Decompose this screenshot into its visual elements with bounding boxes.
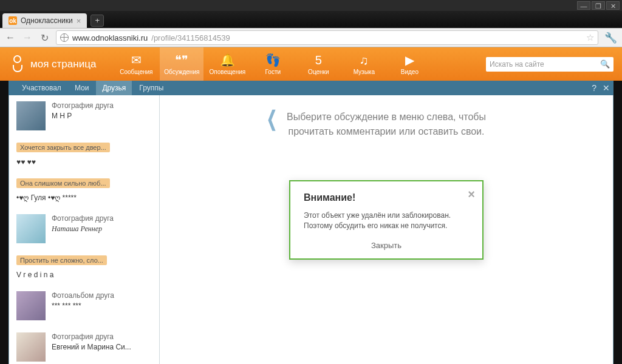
nav-label-4: Оценки — [308, 69, 329, 75]
browser-toolbar: ← → ↻ www.odnoklassniki.ru/profile/34115… — [0, 28, 622, 47]
feed-thumbnail — [16, 101, 46, 130]
discussions-tab-3[interactable]: Группы — [133, 81, 169, 95]
nav-item-3[interactable]: 👣Гости — [251, 47, 295, 81]
nav-icon-4: 5 — [315, 53, 322, 67]
nav-icon-2: 🔔 — [220, 53, 235, 67]
feed-chip: Она слишком сильно люб... — [16, 178, 110, 188]
nav-forward-button[interactable]: → — [22, 32, 33, 43]
modal-close-icon[interactable]: × — [468, 187, 475, 201]
nav-icon-1: ❝❞ — [175, 53, 188, 67]
feed-item-title: Фотоальбом друга — [52, 291, 114, 300]
address-bar[interactable]: www.odnoklassniki.ru/profile/34115681453… — [56, 30, 598, 45]
nav-item-5[interactable]: ♫Музыка — [342, 47, 386, 81]
feed-item[interactable]: Фотоальбом друга*** *** *** — [9, 285, 159, 326]
window-maximize-button[interactable]: ❐ — [592, 1, 605, 10]
discussions-tab-1[interactable]: Мои — [69, 81, 95, 95]
feed-chip: Хочется закрыть все двер... — [16, 143, 110, 152]
modal-body-line1: Этот объект уже удалён или заблокирован. — [304, 211, 451, 220]
nav-item-6[interactable]: ▶Видео — [388, 47, 431, 81]
nav-item-4[interactable]: 5Оценки — [296, 47, 340, 81]
window-close-button[interactable]: ✕ — [606, 1, 620, 10]
url-host: www.odnoklassniki.ru — [72, 33, 148, 42]
new-tab-button[interactable]: + — [91, 15, 104, 27]
feed-item-title: Фотография друга — [52, 214, 114, 223]
feed-item-name: ♥♥ ♥♥ — [16, 158, 153, 166]
modal-body-line2: Поэтому обсудить его никак не получится. — [304, 221, 447, 230]
empty-hint: ❮ Выберите обсуждение в меню слева, чтоб… — [160, 110, 613, 139]
discussions-tabbar: УчаствовалМоиДрузьяГруппы ? ✕ — [9, 81, 613, 95]
nav-label-2: Оповещения — [209, 69, 245, 75]
site-primary-nav: ✉Сообщения❝❞Обсуждения🔔Оповещения👣Гости5… — [114, 47, 431, 81]
settings-wrench-icon[interactable]: 🔧 — [604, 32, 617, 44]
nav-label-6: Видео — [401, 69, 419, 75]
search-icon[interactable]: 🔍 — [600, 59, 610, 69]
feed-item-name: *** *** *** — [52, 302, 114, 310]
feed-item-name: Евгений и Марина Си... — [52, 343, 131, 351]
discussions-content-pane: ❮ Выберите обсуждение в меню слева, чтоб… — [160, 95, 613, 364]
browser-tabstrip: ok Одноклассники × + — [0, 11, 622, 28]
discussions-close-icon[interactable]: ✕ — [603, 83, 610, 93]
nav-reload-button[interactable]: ↻ — [39, 32, 50, 43]
tab-favicon: ok — [9, 16, 17, 25]
globe-icon — [60, 33, 69, 42]
feed-item-title: Фотография друга — [52, 101, 114, 110]
modal-body: Этот объект уже удалён или заблокирован.… — [304, 211, 469, 231]
nav-icon-3: 👣 — [265, 53, 281, 67]
modal-close-button[interactable]: Закрыть — [304, 241, 469, 250]
modal-title: Внимание! — [304, 192, 469, 203]
feed-item-name: М Н Р — [52, 112, 114, 120]
bookmark-star-icon[interactable]: ☆ — [586, 32, 594, 43]
site-search-input[interactable] — [490, 60, 600, 69]
feed-thumbnail — [16, 214, 46, 243]
nav-label-3: Гости — [265, 69, 281, 75]
nav-icon-0: ✉ — [131, 53, 142, 67]
site-header: моя страница ✉Сообщения❝❞Обсуждения🔔Опов… — [0, 47, 622, 81]
discussions-tab-0[interactable]: Участвовал — [16, 81, 67, 95]
feed-chip: Простить не сложно, сло... — [16, 255, 107, 265]
window-titlebar: — ❐ ✕ — [0, 0, 622, 11]
tab-title: Одноклассники — [21, 16, 73, 25]
ok-logo-icon — [9, 54, 24, 75]
feed-item[interactable]: Фотография другаНаташа Реннер — [9, 208, 159, 249]
discussions-help-icon[interactable]: ? — [592, 83, 596, 93]
discussions-body: Фотография другаМ Н РХочется закрыть все… — [9, 95, 613, 364]
nav-label-0: Сообщения — [120, 69, 152, 75]
feed-item[interactable]: Фотография другаЕвгений и Марина Си... — [9, 326, 159, 364]
nav-back-button[interactable]: ← — [5, 32, 16, 43]
discussions-feed-pane[interactable]: Фотография другаМ Н РХочется закрыть все… — [9, 95, 160, 364]
nav-label-5: Музыка — [354, 69, 375, 75]
feed-item-name: V r e d i n a — [16, 271, 153, 279]
feed-thumbnail — [16, 291, 46, 320]
site-logo[interactable]: моя страница — [9, 54, 96, 75]
nav-icon-5: ♫ — [360, 53, 369, 67]
site-search[interactable]: 🔍 — [486, 57, 613, 72]
brand-label: моя страница — [30, 58, 96, 70]
hint-chevron-icon: ❮ — [267, 111, 277, 126]
feed-item-name: •♥ღ Гуля •♥ღ ***** — [16, 194, 153, 202]
feed-item-name: Наташа Реннер — [52, 224, 114, 234]
discussions-tab-2[interactable]: Друзья — [96, 81, 132, 95]
feed-item-title: Фотография друга — [52, 332, 131, 341]
feed-item[interactable]: Она слишком сильно люб...•♥ღ Гуля •♥ღ **… — [9, 172, 159, 208]
url-path: /profile/341156814539 — [151, 33, 230, 42]
feed-item[interactable]: Хочется закрыть все двер...♥♥ ♥♥ — [9, 136, 159, 172]
hint-line-2: прочитать комментарии или оставить свои. — [288, 126, 484, 136]
nav-item-0[interactable]: ✉Сообщения — [114, 47, 158, 81]
window-minimize-button[interactable]: — — [577, 1, 590, 10]
browser-tab[interactable]: ok Одноклассники × — [2, 13, 87, 28]
tab-close-icon[interactable]: × — [77, 16, 81, 25]
nav-item-1[interactable]: ❝❞Обсуждения — [160, 47, 203, 81]
nav-item-2[interactable]: 🔔Оповещения — [205, 47, 249, 81]
nav-label-1: Обсуждения — [164, 69, 199, 75]
feed-item[interactable]: Фотография другаМ Н Р — [9, 95, 159, 136]
feed-thumbnail — [16, 332, 46, 362]
nav-icon-6: ▶ — [405, 53, 414, 67]
attention-modal: × Внимание! Этот объект уже удалён или з… — [289, 180, 484, 260]
hint-line-1: Выберите обсуждение в меню слева, чтобы — [287, 112, 486, 122]
feed-item[interactable]: Простить не сложно, сло...V r e d i n a — [9, 249, 159, 285]
